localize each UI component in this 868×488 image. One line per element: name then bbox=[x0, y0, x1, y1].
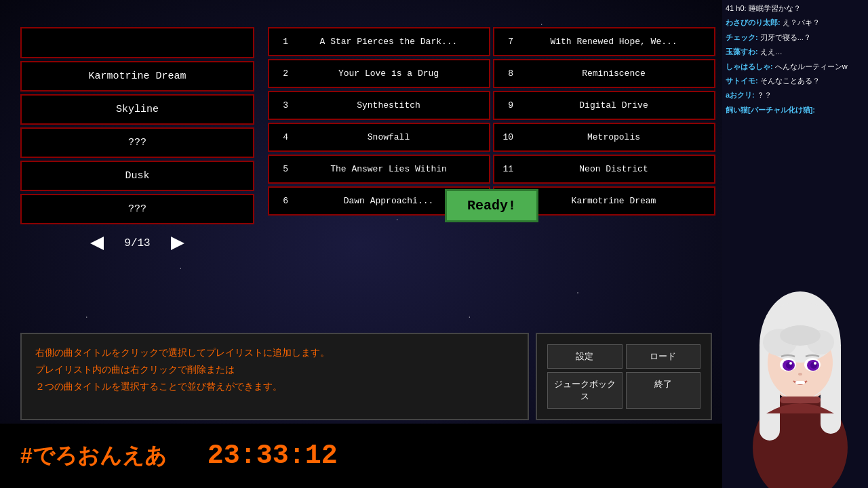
svg-point-21 bbox=[798, 373, 802, 375]
bottom-panel: 右側の曲タイトルをクリックで選択してプレイリストに追加します。 プレイリスト内の… bbox=[20, 333, 712, 420]
svg-rect-22 bbox=[795, 381, 805, 384]
song-item-10[interactable]: 10 Metropolis bbox=[493, 123, 715, 152]
song-item-4[interactable]: 4 Snowfall bbox=[268, 123, 490, 152]
song-item-11[interactable]: 11 Neon District bbox=[493, 155, 715, 184]
chat-messages: 41 h0: 睡眠学習かな？ わさびのり太郎: え？バキ？ チェック: 刃牙で寝… bbox=[722, 0, 868, 123]
chat-msg-6: aおクリ: ？？ bbox=[726, 90, 865, 100]
song-item-9[interactable]: 9 Digital Drive bbox=[493, 91, 715, 120]
page-indicator: 9/13 bbox=[124, 237, 150, 249]
avatar-area bbox=[722, 251, 868, 488]
chat-msg-5: サトイモ: そんなことある？ bbox=[726, 76, 865, 86]
game-area: Karmotrine Dream Skyline ??? Dusk ??? bbox=[0, 0, 722, 488]
instruction-line-3: ２つの曲タイトルを選択することで並び替えができます。 bbox=[35, 378, 514, 395]
playlist-panel: Karmotrine Dream Skyline ??? Dusk ??? bbox=[20, 27, 254, 257]
chat-sidebar: 41 h0: 睡眠学習かな？ わさびのり太郎: え？バキ？ チェック: 刃牙で寝… bbox=[722, 0, 868, 488]
playlist-item-3[interactable]: Skyline bbox=[20, 94, 254, 125]
song-item-7[interactable]: 7 With Renewed Hope, We... bbox=[493, 27, 715, 56]
song-item-2[interactable]: 2 Your Love is a Drug bbox=[268, 59, 490, 88]
avatar-character bbox=[726, 258, 868, 488]
bottom-bar: #でろおんえあ 23:33:12 bbox=[0, 424, 722, 488]
chat-msg-3: 玉藻すわ: ええ… bbox=[726, 47, 865, 57]
svg-rect-23 bbox=[780, 396, 821, 403]
next-page-button[interactable] bbox=[164, 230, 191, 257]
chat-msg-0: 41 h0: 睡眠学習かな？ bbox=[726, 3, 865, 14]
svg-point-19 bbox=[789, 362, 792, 365]
svg-point-12 bbox=[780, 325, 821, 346]
playlist-item-5[interactable]: Dusk bbox=[20, 161, 254, 191]
jukebox-button[interactable]: ジュークボックス bbox=[547, 372, 623, 409]
pagination-controls: 9/13 bbox=[20, 230, 254, 257]
stream-hashtag: #でろおんえあ bbox=[20, 441, 167, 471]
playlist-item-4[interactable]: ??? bbox=[20, 127, 254, 158]
song-list-panel: 1 A Star Pierces the Dark... 7 With Rene… bbox=[268, 27, 715, 216]
load-button[interactable]: ロード bbox=[626, 344, 701, 369]
instruction-line-2: プレイリスト内の曲は右クリックで削除または bbox=[35, 361, 514, 378]
chat-msg-4: しゃはるしゃ: へんなルーティーンw bbox=[726, 62, 865, 72]
stream-timer: 23:33:12 bbox=[208, 441, 338, 471]
chat-msg-7: 飼い猫[バーチャル化け猫]: bbox=[726, 105, 865, 115]
playlist-item-1[interactable] bbox=[20, 27, 254, 58]
playlist-item-6[interactable]: ??? bbox=[20, 194, 254, 224]
song-columns: 1 A Star Pierces the Dark... 7 With Rene… bbox=[268, 27, 715, 216]
song-list-container: 1 A Star Pierces the Dark... 7 With Rene… bbox=[268, 27, 715, 216]
menu-buttons: 設定 ロード ジュークボックス 終了 bbox=[536, 333, 712, 420]
instructions-panel: 右側の曲タイトルをクリックで選択してプレイリストに追加します。 プレイリスト内の… bbox=[20, 333, 529, 420]
quit-button[interactable]: 終了 bbox=[626, 372, 701, 409]
chat-msg-1: わさびのり太郎: え？バキ？ bbox=[726, 18, 865, 28]
svg-marker-1 bbox=[171, 237, 184, 250]
settings-button[interactable]: 設定 bbox=[547, 344, 623, 369]
prev-page-button[interactable] bbox=[83, 230, 111, 257]
instruction-line-1: 右側の曲タイトルをクリックで選択してプレイリストに追加します。 bbox=[35, 344, 514, 361]
svg-marker-0 bbox=[90, 237, 104, 250]
playlist-item-2[interactable]: Karmotrine Dream bbox=[20, 61, 254, 92]
song-item-5[interactable]: 5 The Answer Lies Within bbox=[268, 155, 490, 184]
song-item-8[interactable]: 8 Reminiscence bbox=[493, 59, 715, 88]
chat-msg-2: チェック: 刃牙で寝る...？ bbox=[726, 33, 865, 43]
song-item-3[interactable]: 3 Synthestitch bbox=[268, 91, 490, 120]
svg-point-20 bbox=[814, 362, 816, 365]
song-item-1[interactable]: 1 A Star Pierces the Dark... bbox=[268, 27, 490, 56]
ready-button[interactable]: Ready! bbox=[445, 189, 538, 222]
